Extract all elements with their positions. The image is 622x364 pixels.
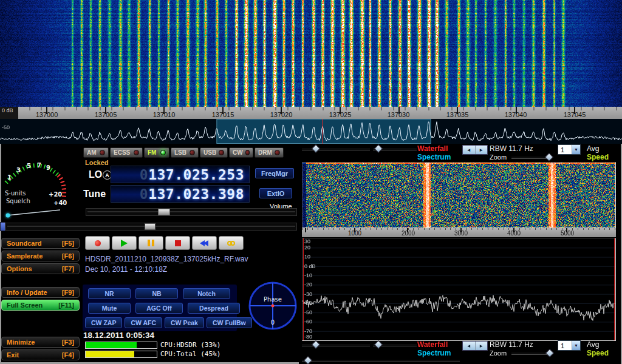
audio-waterfall[interactable]: [302, 162, 616, 228]
rewind-icon: [201, 240, 208, 246]
play-button[interactable]: [112, 236, 137, 250]
increase-arrow-icon[interactable]: ►: [476, 342, 488, 350]
avg-count-dropdown[interactable]: 1▼: [558, 144, 581, 155]
main-spectrum[interactable]: -50: [0, 119, 622, 144]
fullscreen-button[interactable]: Full Screen[F11]: [1, 300, 80, 311]
button-label: Options: [7, 265, 32, 272]
audio-spectrum-canvas[interactable]: [302, 238, 615, 340]
waterfall-tab-bottom[interactable]: Waterfall: [417, 340, 448, 349]
samplerate-button[interactable]: Samplerate[F6]: [1, 251, 80, 261]
squelch-label[interactable]: Squelch: [6, 198, 30, 204]
playback-controls: [85, 236, 244, 250]
loop-button[interactable]: [219, 236, 244, 250]
slider-thumb[interactable]: [374, 340, 383, 349]
mode-button-fm[interactable]: FM: [144, 147, 169, 158]
tune-frequency-display[interactable]: 0137.023.398: [111, 185, 250, 203]
frequency-scale-label: 137005: [91, 111, 121, 118]
phase-center-dot: [272, 305, 275, 308]
increase-arrow-icon[interactable]: ►: [476, 146, 488, 154]
slider-thumb[interactable]: [312, 340, 320, 349]
phase-scope[interactable]: Phase 0: [247, 277, 299, 333]
notch-button[interactable]: Notch: [183, 288, 230, 299]
datetime-display: 18.12.2011 0:05:34: [83, 331, 154, 340]
lo-frequency-display[interactable]: 0137.025.253: [111, 166, 250, 183]
mode-button-am[interactable]: AM: [83, 147, 109, 158]
slider-thumb[interactable]: [374, 144, 383, 153]
dropdown-arrow-icon[interactable]: ▼: [572, 341, 580, 350]
waterfall-brightness-slider[interactable]: [302, 146, 370, 151]
cpu-total-meter: [85, 351, 157, 358]
exit-button[interactable]: Exit[F4]: [1, 349, 80, 360]
slider-thumb[interactable]: [545, 153, 553, 161]
frequency-scale[interactable]: 137000 137005 137010 137015 137020 13702…: [0, 107, 622, 119]
s-meter-tick-label: 5: [27, 163, 31, 169]
rbw-spinner-bottom[interactable]: ◄►: [462, 341, 488, 351]
mode-button-ecss[interactable]: ECSS: [110, 147, 143, 158]
rewind-button[interactable]: [192, 236, 217, 250]
db-axis-label: 0 dB: [304, 263, 316, 269]
stop-button[interactable]: [165, 236, 190, 250]
tuning-wheel-slider[interactable]: [5, 223, 297, 231]
speed-slider[interactable]: [302, 357, 460, 363]
record-icon: [95, 240, 101, 246]
decrease-arrow-icon[interactable]: ◄: [463, 342, 476, 350]
freqmgr-button[interactable]: FreqMgr: [255, 168, 294, 178]
agc-button[interactable]: AGC Off: [135, 303, 183, 314]
tuning-wheel-thumb[interactable]: [145, 223, 156, 230]
audio-spectrum[interactable]: 30 20 10 0 dB -10 -20 -30 -40 -50 -60 -7…: [302, 238, 616, 341]
mode-selector: AM ECSS FM LSB USB CW DRM: [83, 147, 284, 158]
tune-frequency-value: 137.023.398: [148, 186, 244, 202]
spectrum-tab[interactable]: Spectrum: [417, 153, 451, 161]
mode-led-icon: [160, 150, 166, 155]
rbw-spinner[interactable]: ◄►: [462, 145, 488, 155]
mode-button-lsb[interactable]: LSB: [171, 147, 199, 158]
hotkey-label: [F3]: [62, 339, 74, 346]
waterfall-contrast-slider[interactable]: [373, 146, 417, 151]
decrease-arrow-icon[interactable]: ◄: [463, 146, 476, 154]
nb-button[interactable]: NB: [135, 288, 178, 299]
nr-button[interactable]: NR: [88, 288, 131, 299]
waterfall-tab[interactable]: Waterfall: [417, 144, 448, 153]
spectrum-db-top-label: 0 dB: [0, 107, 18, 119]
mute-button[interactable]: Mute: [88, 303, 131, 314]
spectrum-tab-bottom[interactable]: Spectrum: [417, 349, 451, 357]
volume-slider-thumb[interactable]: [158, 209, 170, 215]
minimize-button[interactable]: Minimize[F3]: [1, 337, 80, 348]
main-spectrum-canvas[interactable]: [0, 119, 622, 144]
cw-afc-button[interactable]: CW AFC: [125, 317, 162, 328]
info-update-button[interactable]: Info / Update[F9]: [1, 287, 80, 298]
db-axis-label: -20: [304, 281, 312, 288]
waterfall-brightness-slider-bottom[interactable]: [302, 342, 370, 347]
extio-button[interactable]: ExtIO: [259, 188, 292, 198]
mode-button-cw[interactable]: CW: [229, 147, 253, 158]
soundcard-button[interactable]: Soundcard[F5]: [1, 238, 80, 249]
despread-button[interactable]: Despread: [188, 303, 240, 314]
avg-count-dropdown-bottom[interactable]: 1▼: [558, 340, 581, 351]
record-button[interactable]: [85, 236, 110, 250]
zoom-slider-bottom[interactable]: [511, 350, 552, 356]
slider-thumb[interactable]: [545, 349, 554, 357]
zoom-slider[interactable]: [511, 154, 552, 160]
play-icon: [121, 240, 128, 247]
speed-label-bottom: Speed: [587, 349, 609, 357]
dropdown-arrow-icon[interactable]: ▼: [572, 145, 580, 154]
squelch-slider-cap[interactable]: [0, 222, 5, 231]
cw-peak-button[interactable]: CW Peak: [165, 317, 204, 328]
waterfall-contrast-slider-bottom[interactable]: [373, 342, 417, 347]
audio-scale-label: 4000: [502, 230, 526, 237]
main-waterfall[interactable]: [0, 0, 622, 107]
audio-frequency-scale[interactable]: 1000 2000 3000 4000 5000: [302, 228, 616, 237]
control-panel: 1 3 5 7 9 +20 +40 S-units Squelch AM ECS…: [0, 144, 622, 364]
slider-thumb[interactable]: [304, 356, 312, 364]
volume-slider[interactable]: [86, 208, 297, 216]
slider-thumb[interactable]: [312, 144, 320, 153]
cw-fullbw-button[interactable]: CW FullBw: [207, 317, 252, 328]
cpu-hdsdr-text: CPU:HDSDR (33%): [160, 341, 220, 349]
pause-button[interactable]: [138, 236, 163, 250]
mode-button-usb[interactable]: USB: [200, 147, 228, 158]
mode-button-drm[interactable]: DRM: [255, 147, 284, 158]
db-axis-label: -10: [304, 272, 312, 278]
options-button[interactable]: Options[F7]: [1, 263, 80, 274]
cw-zap-button[interactable]: CW ZAP: [85, 317, 122, 328]
speed-label: Speed: [587, 153, 609, 161]
